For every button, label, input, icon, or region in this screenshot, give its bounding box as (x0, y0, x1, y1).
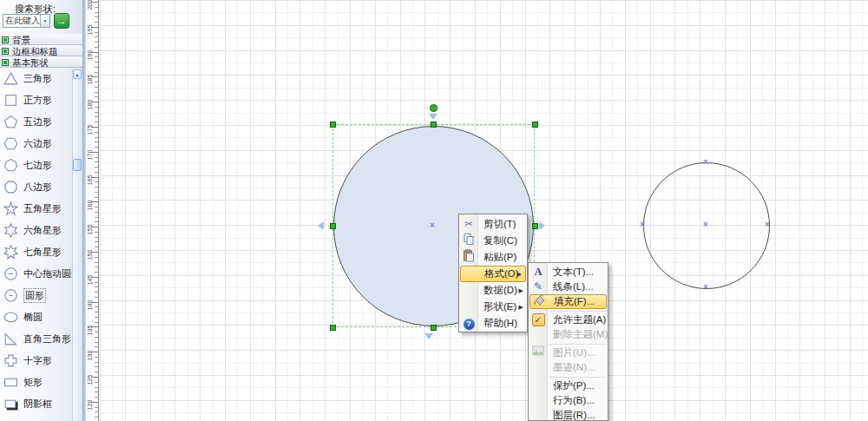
rotation-handle[interactable] (430, 104, 437, 112)
checked-checkbox-icon: ✓ (530, 312, 546, 327)
submenu-item-allow-themes[interactable]: ✓ 允许主题(A) (529, 312, 608, 327)
submenu-arrow-icon: ▶ (517, 271, 522, 278)
menu-item-label: 线条(L)... (553, 280, 594, 293)
selection-handle-s[interactable] (431, 325, 437, 331)
menu-item-label: 数据(D) (483, 284, 517, 297)
menu-item-label: 图层(R)... (553, 409, 595, 421)
selection-handle-sw[interactable] (330, 325, 336, 331)
autoconnect-arrow-left-icon[interactable] (318, 221, 324, 230)
menu-item-label: 保护(P)... (553, 379, 595, 392)
shapes-layer: × × × × × × (0, 0, 868, 421)
submenu-arrow-icon: ▶ (519, 287, 523, 294)
menu-item-label: 允许主题(A) (553, 313, 606, 326)
visio-window: 搜索形状: ▼ → 背景 边框和标题 基本形状 三角形 (0, 0, 868, 421)
menu-item-label: 复制(C) (483, 234, 517, 247)
selection-handle-n[interactable] (431, 122, 437, 128)
connection-point-icon: × (703, 283, 708, 292)
selection-handle-e[interactable] (532, 223, 538, 229)
submenu-arrow-icon: ▶ (519, 304, 523, 311)
submenu-item-remove-themes[interactable]: 删除主题(M) (529, 327, 608, 342)
submenu-item-behavior[interactable]: 行为(B)... (529, 393, 608, 408)
connection-point-icon: × (765, 220, 770, 229)
menu-item-copy[interactable]: 复制(C) (459, 233, 527, 249)
menu-item-label: 删除主题(M) (553, 328, 608, 341)
paste-icon (461, 249, 477, 266)
cut-icon: ✂ (461, 217, 477, 232)
selection-handle-ne[interactable] (532, 122, 538, 128)
submenu-item-fill[interactable]: 填充(F)... (529, 294, 607, 309)
connection-point-icon: × (703, 158, 708, 167)
menu-item-label: 剪切(T) (483, 218, 516, 231)
menu-item-label: 行为(B)... (553, 394, 595, 407)
connection-point-icon: × (703, 220, 708, 229)
menu-item-help[interactable]: ? 帮助(H) (459, 315, 527, 332)
menu-item-format[interactable]: 格式(O) ▶ (460, 266, 526, 282)
menu-item-label: 粘贴(P) (483, 251, 516, 264)
selection-handle-nw[interactable] (330, 122, 336, 128)
help-icon: ? (461, 316, 477, 331)
menu-item-label: 图片(U)... (553, 346, 595, 359)
menu-item-label: 帮助(H) (483, 317, 517, 330)
menu-item-cut[interactable]: ✂ 剪切(T) (459, 216, 527, 233)
menu-item-paste[interactable]: 粘贴(P) (459, 249, 527, 266)
autoconnect-arrow-top-icon[interactable] (429, 114, 437, 120)
menu-item-label: 墨迹(N)... (553, 361, 595, 374)
format-submenu: A 文本(T)... ✎ 线条(L)... 填充(F)... ✓ 允许主题(A)… (528, 262, 608, 421)
line-format-icon: ✎ (530, 280, 546, 294)
menu-item-label: 文本(T)... (553, 266, 594, 279)
shape-center-marker-icon: × (430, 221, 435, 230)
menu-item-label: 填充(F)... (554, 295, 595, 308)
fill-bucket-icon (531, 293, 547, 311)
menu-item-label: 形状(E) (483, 300, 516, 313)
copy-icon (461, 233, 477, 250)
submenu-item-picture[interactable]: 图片(U)... (529, 345, 608, 360)
selection-handle-w[interactable] (330, 223, 336, 229)
autoconnect-arrow-right-icon[interactable] (539, 221, 545, 230)
text-format-icon: A (530, 265, 546, 280)
submenu-item-ink[interactable]: 墨迹(N)... (529, 360, 608, 375)
submenu-item-line[interactable]: ✎ 线条(L)... (529, 280, 608, 294)
submenu-item-text[interactable]: A 文本(T)... (529, 265, 608, 280)
menu-item-shape[interactable]: 形状(E) ▶ (459, 299, 527, 315)
menu-item-data[interactable]: 数据(D) ▶ (459, 282, 527, 299)
autoconnect-arrow-bottom-icon[interactable] (424, 333, 433, 339)
connection-point-icon: × (640, 220, 645, 229)
submenu-item-layer[interactable]: 图层(R)... (529, 408, 608, 421)
menu-item-label: 格式(O) (484, 267, 519, 280)
picture-icon (530, 345, 546, 361)
context-menu: ✂ 剪切(T) 复制(C) 粘贴(P) 格式(O) ▶ 数据(D) ▶ 形状(E… (458, 214, 528, 332)
submenu-item-protection[interactable]: 保护(P)... (529, 378, 608, 393)
